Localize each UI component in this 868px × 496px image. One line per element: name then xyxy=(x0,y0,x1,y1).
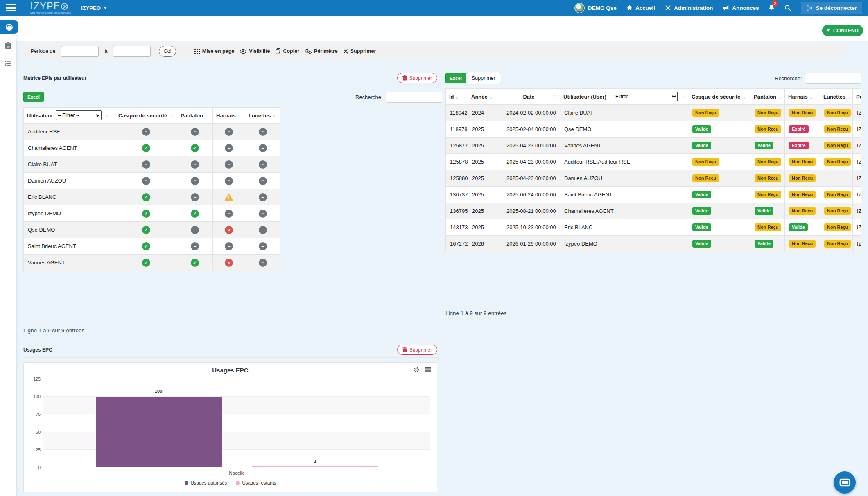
sidebar-item-dashboard[interactable] xyxy=(0,20,18,34)
records-user-filter-select[interactable]: -- Filtrer -- xyxy=(609,92,678,101)
column-label: Lunettes xyxy=(823,94,845,100)
column-header-perimetre[interactable]: Pe xyxy=(853,89,862,105)
visibility-action[interactable]: Visibilité xyxy=(240,48,270,54)
column-header-id[interactable]: Id↑↓ xyxy=(446,89,468,105)
status-none-icon: − xyxy=(225,160,233,169)
logout-button[interactable]: Se déconnecter xyxy=(801,2,862,14)
search-label: Recherche: xyxy=(775,75,802,81)
column-header-user[interactable]: Utilisateur (User) -- Filtrer -- ↑↓ xyxy=(560,89,688,105)
status-badge-cell: Non Reçu xyxy=(820,187,853,203)
notifications-bell[interactable]: 2 xyxy=(769,3,775,13)
column-header-pantalon[interactable]: Pantalon↑↓ xyxy=(750,89,785,105)
id-cell: 125877 xyxy=(446,138,468,154)
status-badge: Non Reçu xyxy=(755,109,781,117)
home-icon xyxy=(626,5,633,11)
status-badge-cell: Non Reçu xyxy=(820,105,853,121)
status-cell: − xyxy=(245,255,280,271)
sidebar-item-clipboard[interactable] xyxy=(0,39,16,52)
table-row: 13073720252025-06-24 00:00:00Saint Brieu… xyxy=(446,187,862,203)
status-badge: Valide xyxy=(692,191,711,198)
year-cell: 2024 xyxy=(468,105,502,121)
matrix-excel-button[interactable]: Excel xyxy=(23,92,44,102)
epi-records-body: 11894220242024-02-02 00:00:00Claire BUAT… xyxy=(446,105,862,252)
date-cell: 2025-02-04 00:00:00 xyxy=(502,121,560,138)
nav-link-administration[interactable]: Administration xyxy=(665,5,713,11)
sort-icons: ↑↓ xyxy=(456,95,459,99)
period-to-input[interactable] xyxy=(113,46,151,57)
status-cell: ✓ xyxy=(177,255,213,271)
perimeter-action[interactable]: Périmètre xyxy=(305,48,338,54)
user-name: DEMO Qse xyxy=(588,5,617,11)
status-none-icon: − xyxy=(191,128,199,136)
nav-link-accueil[interactable]: Accueil xyxy=(626,5,655,11)
brand-tagline: Data Analysis Solution for Sustainabilit… xyxy=(30,12,71,14)
column-header-utilisateur[interactable]: Utilisateur -- Filtrer -- ↑↓ xyxy=(24,108,115,124)
go-button[interactable]: Go! xyxy=(159,46,176,57)
status-none-icon: − xyxy=(225,177,233,185)
chart-menu-icon[interactable] xyxy=(425,367,431,372)
records-delete-button[interactable]: Supprimer xyxy=(466,72,501,84)
gear-icon[interactable] xyxy=(414,367,419,372)
matrix-delete-button[interactable]: Supprimer xyxy=(397,73,437,83)
search-button[interactable] xyxy=(784,5,791,11)
layout-action[interactable]: Mise en page xyxy=(194,48,235,54)
user-name-cell: Chamalieres AGENT xyxy=(24,140,115,156)
gears-icon xyxy=(305,48,312,54)
records-table-viewport: Id↑↓ Année↑↓ Date↑↓ Utilisateur (User) -… xyxy=(445,88,861,252)
status-none-icon: − xyxy=(142,128,150,136)
nav-link-annonces[interactable]: Annonces xyxy=(723,5,759,11)
table-row: Vannes AGENT✓✓×− xyxy=(24,255,280,271)
column-header-harnais[interactable]: Harnais↑↓ xyxy=(213,108,245,124)
column-header-harnais[interactable]: Harnais↑↓ xyxy=(785,89,820,105)
user-name-cell: Chamalieres AGENT xyxy=(560,203,688,219)
status-badge-cell: Valide xyxy=(688,187,750,203)
column-header-annee[interactable]: Année↑↓ xyxy=(468,89,502,105)
column-label: Date xyxy=(523,94,534,100)
status-ok-icon: ✓ xyxy=(142,210,150,218)
matrix-search-input[interactable] xyxy=(386,92,442,103)
app-menu-dropdown[interactable]: IZYPEO xyxy=(81,5,107,11)
bar-usages-autorises[interactable] xyxy=(96,397,222,467)
legend-item[interactable]: Usages restants xyxy=(236,480,276,485)
action-label: Périmètre xyxy=(314,48,338,54)
column-header-casque[interactable]: Casque de sécurité↑↓ xyxy=(115,108,177,124)
status-badge-cell: Non Reçu xyxy=(750,105,785,121)
legend-label: Usages autorisés xyxy=(191,480,227,485)
period-from-input[interactable] xyxy=(61,46,99,57)
column-header-date[interactable]: Date↑↓ xyxy=(502,89,560,105)
delete-action[interactable]: Supprimer xyxy=(344,48,376,54)
user-menu[interactable]: DEMO Qse xyxy=(574,3,617,13)
status-none-icon: − xyxy=(259,177,267,185)
year-cell: 2025 xyxy=(468,138,502,154)
column-header-lunettes[interactable]: Lunettes↑↓ xyxy=(245,108,280,124)
perimeter-cell: IZ xyxy=(853,121,862,138)
status-badge-cell: Valide xyxy=(750,138,785,154)
epc-delete-button[interactable]: Supprimer xyxy=(397,345,437,355)
status-none-icon: − xyxy=(259,210,267,218)
copy-action[interactable]: Copier xyxy=(276,48,299,54)
status-badge: Valide xyxy=(755,240,773,248)
column-header-pantalon[interactable]: Pantalon↑↓ xyxy=(177,108,213,124)
user-filter-select[interactable]: -- Filtrer -- xyxy=(56,110,102,120)
notification-badge: 2 xyxy=(772,0,778,7)
user-name-cell: Saint Brieuc AGENT xyxy=(24,238,115,255)
status-badge: Valide xyxy=(789,223,808,231)
contenu-button[interactable]: CONTENU xyxy=(822,25,863,36)
status-badge-cell: Non Reçu xyxy=(820,219,853,236)
column-label: Lunettes xyxy=(249,113,271,119)
user-name-cell: Qse DEMO xyxy=(560,121,688,138)
perimeter-cell: IZ xyxy=(853,219,862,236)
hamburger-menu-icon[interactable] xyxy=(0,0,18,16)
legend-item[interactable]: Usages autorisés xyxy=(185,480,227,485)
records-excel-button[interactable]: Excel xyxy=(445,73,466,83)
chevron-down-icon xyxy=(104,7,107,9)
bar-usages-restants[interactable] xyxy=(252,466,378,467)
column-header-casque[interactable]: Casque de sécurité↑↓ xyxy=(688,89,750,105)
column-header-lunettes[interactable]: Lunettes↑↓ xyxy=(820,89,853,105)
sidebar-item-checklist[interactable] xyxy=(0,57,16,70)
grid-icon xyxy=(194,49,200,54)
virtual-keyboard-button[interactable] xyxy=(834,471,856,494)
legend-dot xyxy=(236,481,240,485)
records-search-input[interactable] xyxy=(805,73,861,84)
status-badge: Non Reçu xyxy=(824,223,851,231)
